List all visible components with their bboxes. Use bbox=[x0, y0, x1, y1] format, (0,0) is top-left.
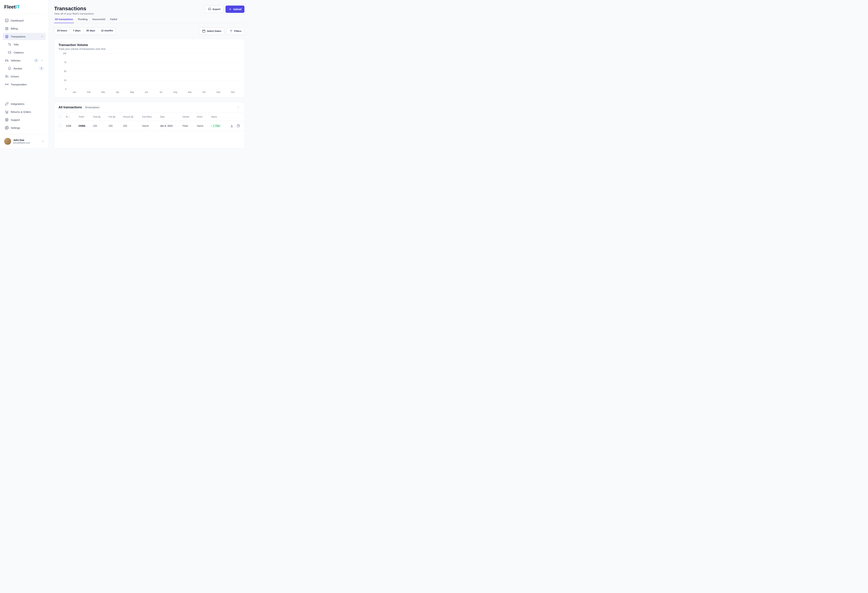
sidebar-item-review[interactable]: Review 2 bbox=[3, 65, 46, 72]
select-dates-button[interactable]: Select Dates bbox=[199, 27, 224, 35]
svg-rect-10 bbox=[202, 30, 205, 32]
sidebar-item-transactions[interactable]: Transactions bbox=[3, 33, 46, 40]
x-tick: Jun bbox=[139, 91, 154, 93]
sidebar-item-label: Drivers bbox=[11, 75, 44, 78]
row-checkbox[interactable] bbox=[59, 124, 62, 127]
avatar bbox=[4, 138, 11, 145]
chevron-down-icon bbox=[40, 35, 44, 38]
user-info: John Doe john@fleetit.com bbox=[13, 139, 39, 144]
sidebar-item-label: Vehicles bbox=[11, 59, 32, 62]
col-ticket[interactable]: Ticket bbox=[77, 113, 91, 121]
sidebar-item-label: Transactions bbox=[11, 35, 38, 38]
cell-plaza: Name bbox=[140, 121, 158, 131]
link-icon bbox=[5, 102, 9, 106]
cell-vehicle: Plate bbox=[180, 121, 195, 131]
table-title: All transactions bbox=[59, 106, 82, 109]
upload-button[interactable]: Upload bbox=[226, 6, 244, 13]
sidebar-item-vehicles[interactable]: Vehicles 2 bbox=[3, 57, 46, 64]
nav-primary: Dashboard Billing Transactions Tolls bbox=[3, 17, 46, 88]
svg-point-2 bbox=[10, 45, 10, 46]
select-all-checkbox[interactable] bbox=[59, 115, 62, 118]
cloud-download-icon bbox=[208, 7, 211, 11]
y-axis: 100 75 50 25 0 bbox=[59, 53, 66, 89]
col-id[interactable]: ID↓ bbox=[64, 113, 77, 121]
col-date[interactable]: Date bbox=[158, 113, 180, 121]
range-12m[interactable]: 12 months bbox=[98, 28, 116, 35]
download-row-button[interactable] bbox=[230, 124, 233, 128]
cell-amount: 200 bbox=[121, 121, 140, 131]
sidebar-item-label: Integrations bbox=[11, 102, 44, 105]
sidebar-item-integrations[interactable]: Integrations bbox=[3, 100, 46, 108]
x-tick: Jul bbox=[154, 91, 168, 93]
sidebar-item-returns[interactable]: Returns & Orders bbox=[3, 108, 46, 115]
x-tick: May bbox=[125, 91, 139, 93]
x-tick: Dec bbox=[226, 91, 240, 93]
gear-icon bbox=[5, 126, 9, 130]
x-tick: Aug bbox=[168, 91, 183, 93]
count-badge: 2 bbox=[34, 59, 38, 62]
x-tick: Nov bbox=[211, 91, 226, 93]
col-status[interactable]: Status bbox=[209, 113, 228, 121]
table-count-badge: 58 transactions bbox=[84, 106, 101, 109]
route-icon bbox=[7, 43, 12, 46]
sidebar: FleetIT Dashboard Billing Transactions bbox=[0, 0, 49, 148]
col-driver[interactable]: Driver bbox=[195, 113, 209, 121]
chart-subtitle: Track your volume of transactions over t… bbox=[59, 47, 240, 50]
col-amount[interactable]: Amount ($) bbox=[121, 113, 140, 121]
time-range-segmented: 24 hours 7 days 30 days 12 months bbox=[54, 27, 116, 35]
tab-failed[interactable]: Failed bbox=[109, 18, 118, 23]
sidebar-item-settings[interactable]: Settings bbox=[3, 124, 46, 131]
button-label: Upload bbox=[233, 8, 242, 10]
col-vehicle[interactable]: Vehicle bbox=[180, 113, 195, 121]
divider bbox=[3, 14, 46, 14]
sidebar-item-label: Citations bbox=[13, 51, 44, 54]
table-row[interactable]: 1234 #3066 200 200 200 Name Jan 6, 2022 … bbox=[54, 121, 244, 131]
cell-total: 200 bbox=[91, 121, 106, 131]
more-menu-button[interactable] bbox=[237, 106, 240, 109]
cell-ticket[interactable]: #3066 bbox=[77, 121, 91, 131]
status-badge: Paid bbox=[211, 124, 221, 128]
col-fee[interactable]: Fee ($) bbox=[106, 113, 121, 121]
x-tick: Apr bbox=[111, 91, 125, 93]
tab-pending[interactable]: Pending bbox=[77, 18, 88, 23]
tab-successful[interactable]: Successful bbox=[92, 18, 106, 23]
sidebar-item-drivers[interactable]: Drivers bbox=[3, 73, 46, 80]
svg-point-11 bbox=[238, 106, 239, 107]
sidebar-item-label: Support bbox=[11, 118, 44, 121]
x-tick: Feb bbox=[81, 91, 96, 93]
button-label: Select Dates bbox=[207, 30, 221, 32]
signal-icon bbox=[5, 83, 9, 86]
svg-point-6 bbox=[7, 113, 8, 114]
table-card: All transactions 58 transactions ID↓ Tic… bbox=[54, 102, 244, 148]
range-24h[interactable]: 24 hours bbox=[54, 28, 70, 35]
export-button[interactable]: Export bbox=[205, 6, 223, 13]
filter-icon bbox=[229, 30, 233, 33]
sidebar-item-label: Settings bbox=[11, 126, 44, 129]
sidebar-item-dashboard[interactable]: Dashboard bbox=[3, 17, 46, 24]
range-30d[interactable]: 30 days bbox=[84, 28, 98, 35]
sidebar-item-billing[interactable]: Billing bbox=[3, 25, 46, 32]
users-icon bbox=[5, 74, 9, 78]
sidebar-item-label: Returns & Orders bbox=[11, 111, 44, 114]
chevron-right-icon bbox=[41, 140, 44, 143]
svg-point-1 bbox=[8, 43, 9, 44]
chart-card: Transaction Volume Track your volume of … bbox=[54, 39, 244, 98]
col-total[interactable]: Total ($) bbox=[91, 113, 106, 121]
col-plaza[interactable]: Exit Plaza bbox=[140, 113, 158, 121]
sidebar-item-transponders[interactable]: Transponders bbox=[3, 81, 46, 88]
sidebar-item-citations[interactable]: Citations bbox=[3, 49, 46, 56]
help-button[interactable] bbox=[237, 124, 240, 128]
user-menu[interactable]: John Doe john@fleetit.com bbox=[3, 134, 46, 148]
filters-button[interactable]: Filters bbox=[226, 27, 244, 35]
sidebar-item-tolls[interactable]: Tolls bbox=[3, 41, 46, 48]
tab-all[interactable]: All transactions bbox=[54, 18, 74, 23]
button-label: Filters bbox=[234, 30, 242, 32]
calendar-icon bbox=[202, 30, 205, 33]
sidebar-item-support[interactable]: Support bbox=[3, 116, 46, 124]
sidebar-item-label: Transponders bbox=[11, 83, 44, 86]
user-email: john@fleetit.com bbox=[13, 142, 39, 144]
svg-point-4 bbox=[6, 84, 7, 85]
life-buoy-icon bbox=[5, 118, 9, 122]
range-7d[interactable]: 7 days bbox=[70, 28, 84, 35]
svg-point-8 bbox=[6, 119, 7, 120]
